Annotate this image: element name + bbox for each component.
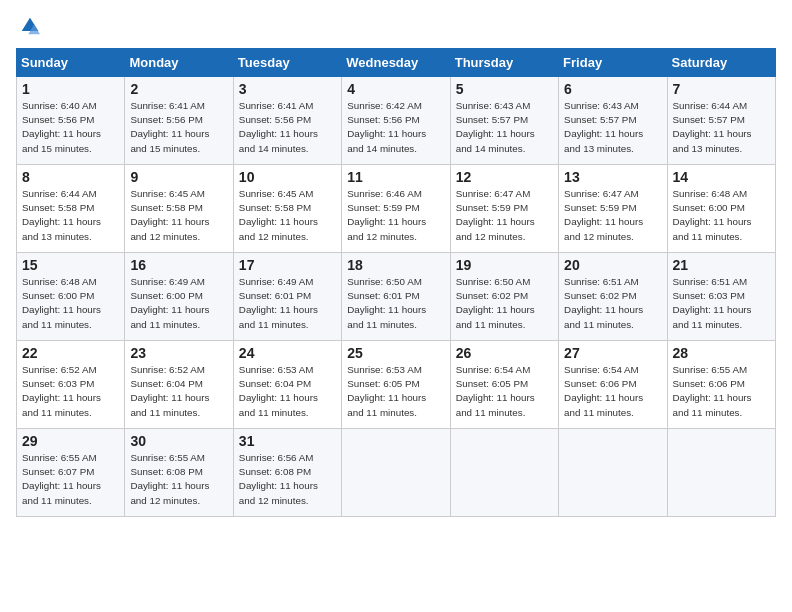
calendar-cell: 27Sunrise: 6:54 AMSunset: 6:06 PMDayligh… xyxy=(559,341,667,429)
day-number: 21 xyxy=(673,257,770,273)
day-info: Sunrise: 6:40 AMSunset: 5:56 PMDaylight:… xyxy=(22,99,119,156)
day-number: 5 xyxy=(456,81,553,97)
calendar-cell: 29Sunrise: 6:55 AMSunset: 6:07 PMDayligh… xyxy=(17,429,125,517)
header-day-tuesday: Tuesday xyxy=(233,49,341,77)
day-number: 19 xyxy=(456,257,553,273)
day-info: Sunrise: 6:47 AMSunset: 5:59 PMDaylight:… xyxy=(456,187,553,244)
calendar-cell: 10Sunrise: 6:45 AMSunset: 5:58 PMDayligh… xyxy=(233,165,341,253)
day-info: Sunrise: 6:43 AMSunset: 5:57 PMDaylight:… xyxy=(456,99,553,156)
day-info: Sunrise: 6:45 AMSunset: 5:58 PMDaylight:… xyxy=(130,187,227,244)
calendar-cell: 19Sunrise: 6:50 AMSunset: 6:02 PMDayligh… xyxy=(450,253,558,341)
day-info: Sunrise: 6:51 AMSunset: 6:03 PMDaylight:… xyxy=(673,275,770,332)
logo xyxy=(16,16,40,36)
day-number: 14 xyxy=(673,169,770,185)
day-info: Sunrise: 6:50 AMSunset: 6:01 PMDaylight:… xyxy=(347,275,444,332)
calendar-cell: 22Sunrise: 6:52 AMSunset: 6:03 PMDayligh… xyxy=(17,341,125,429)
calendar-cell: 14Sunrise: 6:48 AMSunset: 6:00 PMDayligh… xyxy=(667,165,775,253)
day-number: 20 xyxy=(564,257,661,273)
calendar-cell: 16Sunrise: 6:49 AMSunset: 6:00 PMDayligh… xyxy=(125,253,233,341)
calendar-cell: 3Sunrise: 6:41 AMSunset: 5:56 PMDaylight… xyxy=(233,77,341,165)
day-number: 31 xyxy=(239,433,336,449)
day-number: 13 xyxy=(564,169,661,185)
day-number: 10 xyxy=(239,169,336,185)
day-info: Sunrise: 6:49 AMSunset: 6:00 PMDaylight:… xyxy=(130,275,227,332)
day-info: Sunrise: 6:56 AMSunset: 6:08 PMDaylight:… xyxy=(239,451,336,508)
calendar-header-row: SundayMondayTuesdayWednesdayThursdayFrid… xyxy=(17,49,776,77)
calendar-cell: 30Sunrise: 6:55 AMSunset: 6:08 PMDayligh… xyxy=(125,429,233,517)
day-number: 15 xyxy=(22,257,119,273)
day-info: Sunrise: 6:46 AMSunset: 5:59 PMDaylight:… xyxy=(347,187,444,244)
day-info: Sunrise: 6:55 AMSunset: 6:07 PMDaylight:… xyxy=(22,451,119,508)
calendar-cell: 6Sunrise: 6:43 AMSunset: 5:57 PMDaylight… xyxy=(559,77,667,165)
day-number: 9 xyxy=(130,169,227,185)
page-header xyxy=(16,16,776,36)
calendar-cell: 9Sunrise: 6:45 AMSunset: 5:58 PMDaylight… xyxy=(125,165,233,253)
header-day-friday: Friday xyxy=(559,49,667,77)
calendar-cell xyxy=(667,429,775,517)
day-info: Sunrise: 6:54 AMSunset: 6:05 PMDaylight:… xyxy=(456,363,553,420)
day-number: 2 xyxy=(130,81,227,97)
calendar-cell: 8Sunrise: 6:44 AMSunset: 5:58 PMDaylight… xyxy=(17,165,125,253)
day-number: 16 xyxy=(130,257,227,273)
day-info: Sunrise: 6:44 AMSunset: 5:58 PMDaylight:… xyxy=(22,187,119,244)
day-info: Sunrise: 6:43 AMSunset: 5:57 PMDaylight:… xyxy=(564,99,661,156)
day-info: Sunrise: 6:51 AMSunset: 6:02 PMDaylight:… xyxy=(564,275,661,332)
day-info: Sunrise: 6:52 AMSunset: 6:04 PMDaylight:… xyxy=(130,363,227,420)
day-info: Sunrise: 6:54 AMSunset: 6:06 PMDaylight:… xyxy=(564,363,661,420)
day-info: Sunrise: 6:53 AMSunset: 6:05 PMDaylight:… xyxy=(347,363,444,420)
header-day-wednesday: Wednesday xyxy=(342,49,450,77)
calendar-cell: 28Sunrise: 6:55 AMSunset: 6:06 PMDayligh… xyxy=(667,341,775,429)
day-info: Sunrise: 6:48 AMSunset: 6:00 PMDaylight:… xyxy=(22,275,119,332)
day-info: Sunrise: 6:48 AMSunset: 6:00 PMDaylight:… xyxy=(673,187,770,244)
day-number: 17 xyxy=(239,257,336,273)
day-number: 8 xyxy=(22,169,119,185)
calendar-cell: 21Sunrise: 6:51 AMSunset: 6:03 PMDayligh… xyxy=(667,253,775,341)
day-info: Sunrise: 6:53 AMSunset: 6:04 PMDaylight:… xyxy=(239,363,336,420)
calendar-cell xyxy=(342,429,450,517)
calendar-cell xyxy=(559,429,667,517)
day-info: Sunrise: 6:47 AMSunset: 5:59 PMDaylight:… xyxy=(564,187,661,244)
calendar-cell: 18Sunrise: 6:50 AMSunset: 6:01 PMDayligh… xyxy=(342,253,450,341)
day-number: 11 xyxy=(347,169,444,185)
day-number: 6 xyxy=(564,81,661,97)
header-day-sunday: Sunday xyxy=(17,49,125,77)
day-info: Sunrise: 6:49 AMSunset: 6:01 PMDaylight:… xyxy=(239,275,336,332)
day-number: 12 xyxy=(456,169,553,185)
calendar-cell: 4Sunrise: 6:42 AMSunset: 5:56 PMDaylight… xyxy=(342,77,450,165)
day-number: 4 xyxy=(347,81,444,97)
day-info: Sunrise: 6:55 AMSunset: 6:06 PMDaylight:… xyxy=(673,363,770,420)
calendar-cell: 23Sunrise: 6:52 AMSunset: 6:04 PMDayligh… xyxy=(125,341,233,429)
calendar-cell: 25Sunrise: 6:53 AMSunset: 6:05 PMDayligh… xyxy=(342,341,450,429)
day-number: 7 xyxy=(673,81,770,97)
day-info: Sunrise: 6:52 AMSunset: 6:03 PMDaylight:… xyxy=(22,363,119,420)
calendar-table: SundayMondayTuesdayWednesdayThursdayFrid… xyxy=(16,48,776,517)
calendar-cell: 26Sunrise: 6:54 AMSunset: 6:05 PMDayligh… xyxy=(450,341,558,429)
calendar-cell xyxy=(450,429,558,517)
day-number: 29 xyxy=(22,433,119,449)
calendar-week-3: 15Sunrise: 6:48 AMSunset: 6:00 PMDayligh… xyxy=(17,253,776,341)
calendar-week-1: 1Sunrise: 6:40 AMSunset: 5:56 PMDaylight… xyxy=(17,77,776,165)
calendar-cell: 15Sunrise: 6:48 AMSunset: 6:00 PMDayligh… xyxy=(17,253,125,341)
calendar-cell: 11Sunrise: 6:46 AMSunset: 5:59 PMDayligh… xyxy=(342,165,450,253)
calendar-cell: 5Sunrise: 6:43 AMSunset: 5:57 PMDaylight… xyxy=(450,77,558,165)
header-day-monday: Monday xyxy=(125,49,233,77)
day-number: 26 xyxy=(456,345,553,361)
calendar-cell: 7Sunrise: 6:44 AMSunset: 5:57 PMDaylight… xyxy=(667,77,775,165)
calendar-cell: 2Sunrise: 6:41 AMSunset: 5:56 PMDaylight… xyxy=(125,77,233,165)
day-number: 24 xyxy=(239,345,336,361)
day-number: 25 xyxy=(347,345,444,361)
calendar-cell: 12Sunrise: 6:47 AMSunset: 5:59 PMDayligh… xyxy=(450,165,558,253)
calendar-cell: 13Sunrise: 6:47 AMSunset: 5:59 PMDayligh… xyxy=(559,165,667,253)
day-number: 22 xyxy=(22,345,119,361)
day-info: Sunrise: 6:55 AMSunset: 6:08 PMDaylight:… xyxy=(130,451,227,508)
header-day-thursday: Thursday xyxy=(450,49,558,77)
day-info: Sunrise: 6:50 AMSunset: 6:02 PMDaylight:… xyxy=(456,275,553,332)
day-number: 18 xyxy=(347,257,444,273)
calendar-cell: 31Sunrise: 6:56 AMSunset: 6:08 PMDayligh… xyxy=(233,429,341,517)
calendar-cell: 17Sunrise: 6:49 AMSunset: 6:01 PMDayligh… xyxy=(233,253,341,341)
calendar-week-4: 22Sunrise: 6:52 AMSunset: 6:03 PMDayligh… xyxy=(17,341,776,429)
day-info: Sunrise: 6:41 AMSunset: 5:56 PMDaylight:… xyxy=(239,99,336,156)
calendar-cell: 1Sunrise: 6:40 AMSunset: 5:56 PMDaylight… xyxy=(17,77,125,165)
day-number: 3 xyxy=(239,81,336,97)
day-info: Sunrise: 6:42 AMSunset: 5:56 PMDaylight:… xyxy=(347,99,444,156)
